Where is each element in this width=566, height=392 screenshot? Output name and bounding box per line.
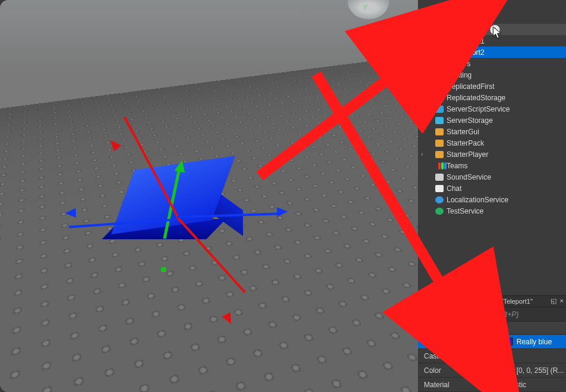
explorer-item-label: Baseplate (455, 26, 487, 34)
property-key: BrickColor (418, 335, 502, 348)
explorer-item-label: ReplicatedFirst (447, 82, 494, 91)
explorer-item[interactable]: Baseplate+ (418, 24, 566, 35)
explorer-item[interactable]: TestService (418, 205, 566, 217)
explorer-item-label: ServerStorage (447, 116, 493, 125)
explorer-item-label: ReplicatedStorage (447, 94, 506, 102)
explorer-item[interactable]: ›StarterPlayer (418, 149, 566, 160)
explorer-item[interactable]: Teleport2 (418, 47, 566, 58)
explorer-item-label: Camera (455, 3, 481, 11)
property-row-material[interactable]: Material Plastic (418, 378, 566, 392)
explorer-item-label: TestService (447, 207, 484, 215)
explorer-item-label: Teleport2 (455, 48, 484, 57)
property-value: Plastic (505, 381, 526, 389)
sss-icon (435, 104, 444, 114)
explorer-item[interactable]: Players (418, 58, 566, 69)
lig-icon (435, 70, 444, 80)
castshadow-checkbox[interactable]: ✓ (505, 353, 512, 360)
explorer-item[interactable]: ReplicatedFirst (418, 81, 566, 92)
explorer-item-label: Players (447, 60, 470, 68)
properties-filter-input[interactable] (418, 307, 566, 321)
part-icon (443, 48, 453, 57)
explorer-item[interactable]: SoundService (418, 171, 566, 183)
explorer-item-label: StarterGui (447, 128, 479, 136)
explorer-item-label: LocalizationService (447, 196, 508, 204)
property-row-brickcolor[interactable]: BrickColor Really blue (418, 335, 566, 349)
ss-icon (435, 116, 444, 125)
popout-icon[interactable]: ◱ (550, 297, 556, 305)
selection-dot-icon (161, 267, 166, 272)
fld-icon (435, 138, 444, 148)
properties-filter[interactable] (418, 307, 566, 322)
chat-icon (435, 184, 444, 193)
viewport-3d[interactable]: Y (0, 0, 418, 392)
explorer-item-label: Lighting (447, 71, 472, 79)
expander-icon[interactable]: › (418, 151, 426, 158)
explorer-item[interactable]: Teleport1 (418, 35, 566, 47)
explorer-item-label: StarterPlayer (447, 150, 488, 159)
explorer-item[interactable]: Terrain (418, 13, 566, 24)
property-key: Color (418, 363, 502, 377)
explorer-item[interactable]: Camera (418, 1, 566, 13)
property-value: Really blue (516, 338, 552, 346)
properties-section-label: Appearance (423, 324, 464, 332)
property-row-color[interactable]: Color [0, 0, 255] (R... (418, 363, 566, 378)
explorer-item[interactable]: StarterGui (418, 126, 566, 137)
explorer-item-label: SoundService (447, 173, 491, 181)
property-key: CastShadow (418, 349, 502, 363)
property-row-castshadow[interactable]: CastShadow ✓ (418, 349, 566, 363)
add-child-button[interactable]: + (490, 25, 500, 35)
app-root: { "viewport": { "axis_label": "Y", "sele… (0, 0, 566, 392)
explorer-item-label: Teams (447, 162, 467, 170)
explorer-item-label: StarterPack (447, 139, 484, 147)
selected-part[interactable] (69, 137, 266, 268)
ter-icon (443, 14, 453, 23)
explorer-item[interactable]: ServerScriptService (418, 103, 566, 115)
properties-title-bar[interactable]: Properties - Part "Teleport1" ◱ × (418, 295, 566, 307)
rf-icon (435, 82, 444, 91)
brickcolor-swatch-icon[interactable] (505, 338, 513, 345)
property-value: [0, 0, 255] (R... (516, 366, 564, 375)
color-swatch-icon[interactable] (505, 366, 513, 374)
properties-section-header[interactable]: Appearance (418, 322, 566, 335)
axis-z-arrow-icon[interactable] (107, 137, 121, 152)
explorer-item-label: Terrain (455, 14, 477, 23)
team-icon (435, 161, 444, 171)
cam-icon (443, 2, 453, 12)
loc-icon (435, 195, 444, 205)
explorer-item[interactable]: Teams (418, 160, 566, 171)
explorer-item-label: Chat (447, 184, 462, 193)
close-icon[interactable]: × (560, 297, 564, 305)
explorer-item[interactable]: Chat (418, 183, 566, 194)
explorer-item[interactable]: StarterPack (418, 137, 566, 149)
axis-y-label: Y (363, 4, 367, 11)
ply-icon (435, 59, 444, 69)
explorer-item[interactable]: LocalizationService (418, 194, 566, 205)
explorer-tree[interactable]: CameraTerrainBaseplate+Teleport1Teleport… (418, 1, 566, 217)
part-icon (443, 25, 453, 35)
fld-icon (435, 127, 444, 137)
property-key: Material (418, 378, 502, 391)
explorer-item[interactable]: ReplicatedStorage (418, 92, 566, 103)
part-icon (443, 36, 453, 46)
snd-icon (435, 172, 444, 182)
explorer-item[interactable]: ServerStorage (418, 115, 566, 126)
explorer-item-label: Teleport1 (455, 37, 484, 45)
explorer-item[interactable]: Lighting (418, 69, 566, 81)
properties-panel: Properties - Part "Teleport1" ◱ × Appear… (418, 295, 566, 392)
fld-icon (435, 150, 444, 159)
explorer-item-label: ServerScriptService (447, 105, 510, 113)
properties-title: Properties - Part "Teleport1" (451, 298, 533, 305)
side-panel: CameraTerrainBaseplate+Teleport1Teleport… (418, 0, 566, 392)
rs-icon (435, 93, 444, 103)
explorer-panel[interactable]: CameraTerrainBaseplate+Teleport1Teleport… (418, 0, 566, 295)
test-icon (435, 206, 444, 216)
